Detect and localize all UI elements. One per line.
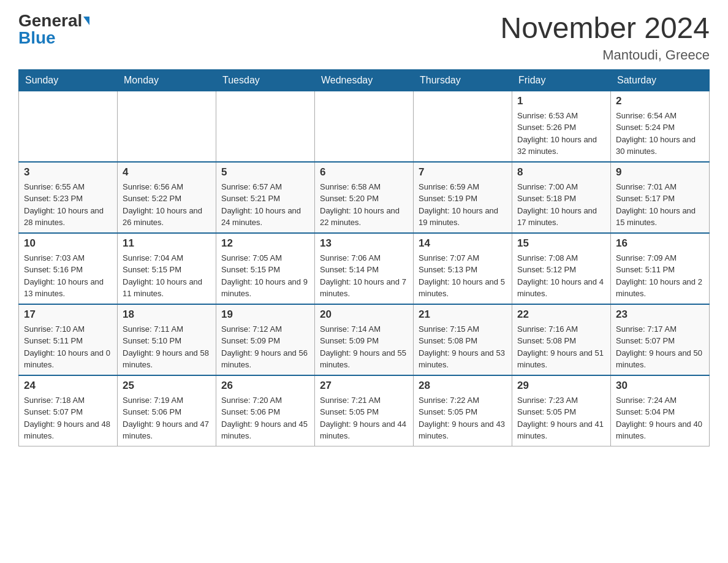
day-number: 17 (24, 308, 112, 321)
day-number: 2 (616, 95, 704, 107)
calendar-cell (315, 91, 414, 162)
calendar-cell: 10Sunrise: 7:03 AMSunset: 5:16 PMDayligh… (19, 233, 118, 304)
day-number: 14 (419, 237, 507, 250)
day-info: Sunrise: 7:14 AMSunset: 5:09 PMDaylight:… (320, 323, 408, 371)
calendar-cell: 5Sunrise: 6:57 AMSunset: 5:21 PMDaylight… (216, 162, 315, 233)
page-header: General Blue November 2024 Mantoudi, Gre… (18, 12, 710, 63)
calendar-week-row: 17Sunrise: 7:10 AMSunset: 5:11 PMDayligh… (19, 304, 710, 375)
day-number: 15 (517, 237, 605, 250)
calendar-cell (216, 91, 315, 162)
calendar-week-row: 3Sunrise: 6:55 AMSunset: 5:23 PMDaylight… (19, 162, 710, 233)
day-number: 23 (616, 308, 704, 321)
calendar-cell: 20Sunrise: 7:14 AMSunset: 5:09 PMDayligh… (315, 304, 414, 375)
day-info: Sunrise: 7:21 AMSunset: 5:05 PMDaylight:… (320, 394, 408, 442)
day-info: Sunrise: 6:58 AMSunset: 5:20 PMDaylight:… (320, 181, 408, 229)
day-info: Sunrise: 7:05 AMSunset: 5:15 PMDaylight:… (221, 252, 309, 300)
calendar-cell: 27Sunrise: 7:21 AMSunset: 5:05 PMDayligh… (315, 375, 414, 446)
day-info: Sunrise: 7:04 AMSunset: 5:15 PMDaylight:… (123, 252, 211, 300)
calendar-cell: 7Sunrise: 6:59 AMSunset: 5:19 PMDaylight… (414, 162, 512, 233)
day-number: 11 (123, 237, 211, 250)
calendar-cell: 4Sunrise: 6:56 AMSunset: 5:22 PMDaylight… (118, 162, 216, 233)
day-info: Sunrise: 7:22 AMSunset: 5:05 PMDaylight:… (419, 394, 507, 442)
weekday-header-wednesday: Wednesday (315, 69, 414, 91)
day-number: 29 (517, 380, 605, 392)
calendar-cell: 19Sunrise: 7:12 AMSunset: 5:09 PMDayligh… (216, 304, 315, 375)
day-number: 22 (517, 308, 605, 321)
day-info: Sunrise: 7:01 AMSunset: 5:17 PMDaylight:… (616, 181, 704, 229)
day-info: Sunrise: 7:06 AMSunset: 5:14 PMDaylight:… (320, 252, 408, 300)
day-info: Sunrise: 6:53 AMSunset: 5:26 PMDaylight:… (517, 110, 605, 158)
day-info: Sunrise: 7:16 AMSunset: 5:08 PMDaylight:… (517, 323, 605, 371)
day-info: Sunrise: 7:20 AMSunset: 5:06 PMDaylight:… (221, 394, 309, 442)
calendar-cell: 8Sunrise: 7:00 AMSunset: 5:18 PMDaylight… (512, 162, 611, 233)
logo: General Blue (18, 12, 89, 47)
weekday-header-saturday: Saturday (611, 69, 710, 91)
day-info: Sunrise: 6:59 AMSunset: 5:19 PMDaylight:… (419, 181, 507, 229)
location-title: Mantoudi, Greece (500, 47, 710, 63)
day-number: 26 (221, 380, 309, 392)
calendar-cell: 18Sunrise: 7:11 AMSunset: 5:10 PMDayligh… (118, 304, 216, 375)
calendar-cell: 11Sunrise: 7:04 AMSunset: 5:15 PMDayligh… (118, 233, 216, 304)
calendar-cell: 28Sunrise: 7:22 AMSunset: 5:05 PMDayligh… (414, 375, 512, 446)
calendar-week-row: 1Sunrise: 6:53 AMSunset: 5:26 PMDaylight… (19, 91, 710, 162)
calendar-table: SundayMondayTuesdayWednesdayThursdayFrid… (18, 69, 710, 446)
day-info: Sunrise: 7:11 AMSunset: 5:10 PMDaylight:… (123, 323, 211, 371)
calendar-cell: 16Sunrise: 7:09 AMSunset: 5:11 PMDayligh… (611, 233, 710, 304)
day-number: 12 (221, 237, 309, 250)
calendar-cell: 29Sunrise: 7:23 AMSunset: 5:05 PMDayligh… (512, 375, 611, 446)
day-info: Sunrise: 7:23 AMSunset: 5:05 PMDaylight:… (517, 394, 605, 442)
day-number: 18 (123, 308, 211, 321)
weekday-header-thursday: Thursday (414, 69, 512, 91)
day-number: 16 (616, 237, 704, 250)
calendar-cell: 12Sunrise: 7:05 AMSunset: 5:15 PMDayligh… (216, 233, 315, 304)
logo-blue-text: Blue (18, 29, 56, 47)
calendar-cell: 2Sunrise: 6:54 AMSunset: 5:24 PMDaylight… (611, 91, 710, 162)
calendar-cell: 25Sunrise: 7:19 AMSunset: 5:06 PMDayligh… (118, 375, 216, 446)
day-number: 27 (320, 380, 408, 392)
day-info: Sunrise: 7:00 AMSunset: 5:18 PMDaylight:… (517, 181, 605, 229)
weekday-header-sunday: Sunday (19, 69, 118, 91)
day-number: 13 (320, 237, 408, 250)
day-number: 8 (517, 166, 605, 178)
day-info: Sunrise: 6:57 AMSunset: 5:21 PMDaylight:… (221, 181, 309, 229)
day-info: Sunrise: 7:03 AMSunset: 5:16 PMDaylight:… (24, 252, 112, 300)
calendar-cell: 14Sunrise: 7:07 AMSunset: 5:13 PMDayligh… (414, 233, 512, 304)
day-info: Sunrise: 7:24 AMSunset: 5:04 PMDaylight:… (616, 394, 704, 442)
calendar-cell: 3Sunrise: 6:55 AMSunset: 5:23 PMDaylight… (19, 162, 118, 233)
logo-general-text: General (18, 12, 82, 29)
calendar-cell: 17Sunrise: 7:10 AMSunset: 5:11 PMDayligh… (19, 304, 118, 375)
day-info: Sunrise: 7:15 AMSunset: 5:08 PMDaylight:… (419, 323, 507, 371)
calendar-cell: 6Sunrise: 6:58 AMSunset: 5:20 PMDaylight… (315, 162, 414, 233)
calendar-cell: 15Sunrise: 7:08 AMSunset: 5:12 PMDayligh… (512, 233, 611, 304)
day-info: Sunrise: 7:17 AMSunset: 5:07 PMDaylight:… (616, 323, 704, 371)
weekday-header-row: SundayMondayTuesdayWednesdayThursdayFrid… (19, 69, 710, 91)
calendar-week-row: 24Sunrise: 7:18 AMSunset: 5:07 PMDayligh… (19, 375, 710, 446)
day-number: 7 (419, 166, 507, 178)
day-info: Sunrise: 7:09 AMSunset: 5:11 PMDaylight:… (616, 252, 704, 300)
day-number: 20 (320, 308, 408, 321)
calendar-cell: 26Sunrise: 7:20 AMSunset: 5:06 PMDayligh… (216, 375, 315, 446)
day-number: 21 (419, 308, 507, 321)
day-number: 1 (517, 95, 605, 107)
day-number: 9 (616, 166, 704, 178)
day-number: 6 (320, 166, 408, 178)
day-info: Sunrise: 7:12 AMSunset: 5:09 PMDaylight:… (221, 323, 309, 371)
day-info: Sunrise: 7:10 AMSunset: 5:11 PMDaylight:… (24, 323, 112, 371)
day-number: 10 (24, 237, 112, 250)
calendar-cell (414, 91, 512, 162)
day-number: 3 (24, 166, 112, 178)
calendar-cell: 22Sunrise: 7:16 AMSunset: 5:08 PMDayligh… (512, 304, 611, 375)
month-title: November 2024 (500, 12, 710, 45)
day-info: Sunrise: 6:56 AMSunset: 5:22 PMDaylight:… (123, 181, 211, 229)
day-number: 30 (616, 380, 704, 392)
weekday-header-tuesday: Tuesday (216, 69, 315, 91)
calendar-cell: 30Sunrise: 7:24 AMSunset: 5:04 PMDayligh… (611, 375, 710, 446)
day-number: 19 (221, 308, 309, 321)
weekday-header-friday: Friday (512, 69, 611, 91)
day-number: 4 (123, 166, 211, 178)
day-info: Sunrise: 7:07 AMSunset: 5:13 PMDaylight:… (419, 252, 507, 300)
day-info: Sunrise: 7:08 AMSunset: 5:12 PMDaylight:… (517, 252, 605, 300)
calendar-cell: 1Sunrise: 6:53 AMSunset: 5:26 PMDaylight… (512, 91, 611, 162)
day-number: 5 (221, 166, 309, 178)
day-info: Sunrise: 6:55 AMSunset: 5:23 PMDaylight:… (24, 181, 112, 229)
